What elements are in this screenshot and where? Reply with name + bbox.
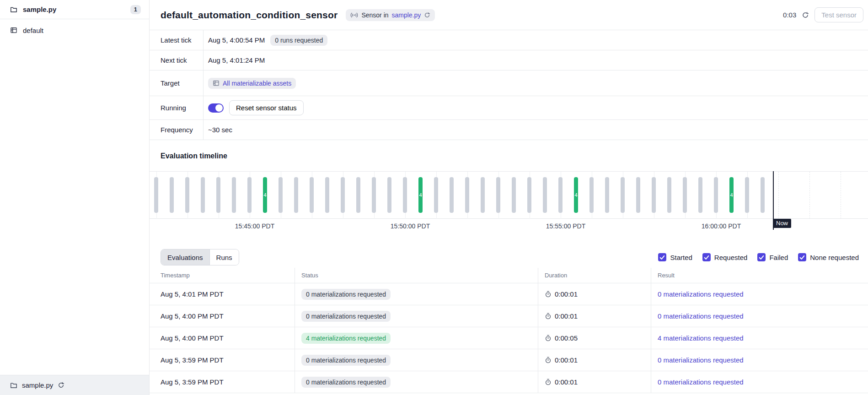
target-chip[interactable]: All materializable assets	[208, 78, 296, 89]
evaluation-bar[interactable]	[185, 177, 189, 213]
filter-failed[interactable]: Failed	[757, 253, 788, 261]
evaluation-bar-requested[interactable]: 4	[729, 177, 734, 213]
evaluation-bar-requested[interactable]: 4	[574, 177, 578, 213]
evaluation-bar[interactable]	[170, 177, 174, 213]
repo-grid-icon	[10, 27, 17, 34]
cell-timestamp: Aug 5, 3:59 PM PDT	[150, 371, 295, 393]
status-badge: 0 materializations requested	[301, 377, 391, 388]
reload-icon[interactable]	[424, 12, 430, 18]
evaluation-bar[interactable]	[403, 177, 407, 213]
evaluation-bar[interactable]	[434, 177, 438, 213]
evaluation-bar[interactable]	[558, 177, 563, 213]
cell-duration: 0:00:01	[538, 371, 651, 393]
evaluation-bar[interactable]	[356, 177, 360, 213]
info-label: Latest tick	[150, 30, 204, 50]
result-link[interactable]: 0 materializations requested	[658, 312, 744, 320]
evaluation-bar[interactable]	[543, 177, 547, 213]
evaluation-bar[interactable]	[496, 177, 500, 213]
evaluation-bar[interactable]	[154, 177, 158, 213]
result-link[interactable]: 0 materializations requested	[658, 378, 744, 386]
evaluation-bar[interactable]	[216, 177, 220, 213]
evaluation-bar[interactable]	[372, 177, 376, 213]
evaluation-bar[interactable]	[279, 177, 283, 213]
result-link[interactable]: 0 materializations requested	[658, 290, 744, 298]
evaluation-bar[interactable]	[310, 177, 314, 213]
filter-label: Requested	[714, 254, 748, 261]
evaluation-bar[interactable]	[636, 177, 640, 213]
checkbox-icon[interactable]	[702, 253, 711, 261]
table-row[interactable]: Aug 5, 3:59 PM PDT0 materializations req…	[150, 371, 868, 393]
timestamp-value: Aug 5, 4:01 PM PDT	[161, 290, 224, 298]
cell-result: 0 materializations requested	[651, 283, 868, 305]
cell-result: 0 materializations requested	[651, 305, 868, 327]
evaluation-bar[interactable]	[605, 177, 609, 213]
bar-value-label: 4	[263, 192, 266, 198]
filter-none-requested[interactable]: None requested	[798, 253, 859, 261]
evaluation-bar[interactable]	[481, 177, 485, 213]
table-row[interactable]: Aug 5, 4:01 PM PDT0 materializations req…	[150, 283, 868, 305]
cell-timestamp: Aug 5, 3:59 PM PDT	[150, 349, 295, 371]
evaluation-bar[interactable]	[761, 177, 765, 213]
evaluation-bar[interactable]	[527, 177, 531, 213]
table-row[interactable]: Aug 5, 4:00 PM PDT0 materializations req…	[150, 305, 868, 327]
evaluation-bar[interactable]	[667, 177, 671, 213]
runs-requested-badge: 0 runs requested	[270, 35, 327, 46]
evaluation-bar[interactable]	[652, 177, 656, 213]
sensor-info-table: Latest tick Aug 5, 4:00:54 PM 0 runs req…	[150, 30, 868, 140]
tag-location-link[interactable]: sample.py	[392, 11, 421, 19]
refresh-icon[interactable]	[802, 11, 809, 19]
tab-runs[interactable]: Runs	[209, 249, 239, 265]
cell-result: 0 materializations requested	[651, 371, 868, 393]
info-label: Target	[150, 70, 204, 96]
evaluation-bar[interactable]	[232, 177, 236, 213]
reset-sensor-status-button[interactable]: Reset sensor status	[229, 100, 304, 115]
evaluation-bar[interactable]	[512, 177, 516, 213]
filter-requested[interactable]: Requested	[702, 253, 748, 261]
table-body: Aug 5, 4:01 PM PDT0 materializations req…	[150, 283, 868, 393]
timeline-plot[interactable]: 4444	[150, 171, 868, 219]
evaluation-bar[interactable]	[621, 177, 625, 213]
evaluation-bar[interactable]	[450, 177, 454, 213]
evaluation-bar[interactable]	[294, 177, 298, 213]
reload-location-icon[interactable]	[58, 382, 64, 389]
sidebar-item-repository[interactable]: default	[0, 19, 149, 41]
filter-started[interactable]: Started	[658, 253, 692, 261]
sidebar-item-code-location[interactable]: sample.py 1	[0, 0, 149, 19]
filter-label: None requested	[810, 254, 859, 261]
evaluation-bar[interactable]	[201, 177, 205, 213]
evaluation-bar[interactable]	[698, 177, 702, 213]
running-toggle[interactable]	[208, 103, 224, 113]
evaluation-bar[interactable]	[325, 177, 329, 213]
duration-value: 0:00:01	[555, 378, 578, 386]
footer-location-label: sample.py	[22, 381, 53, 389]
duration-value: 0:00:01	[555, 312, 578, 320]
result-link[interactable]: 0 materializations requested	[658, 356, 744, 364]
evaluation-bar[interactable]	[714, 177, 718, 213]
evaluation-timeline-heading: Evaluation timeline	[161, 152, 868, 161]
target-link[interactable]: All materializable assets	[223, 80, 291, 87]
sidebar-footer: sample.py	[0, 375, 149, 395]
evaluation-bar-requested[interactable]: 4	[418, 177, 423, 213]
evaluation-bar[interactable]	[683, 177, 687, 213]
table-row[interactable]: Aug 5, 3:59 PM PDT0 materializations req…	[150, 349, 868, 371]
table-row[interactable]: Aug 5, 4:00 PM PDT4 materializations req…	[150, 327, 868, 349]
sensor-page: sample.py 1 default sample.py default_au…	[0, 0, 868, 395]
evaluation-bar[interactable]	[589, 177, 594, 213]
checkbox-icon[interactable]	[757, 253, 766, 261]
tab-evaluations[interactable]: Evaluations	[161, 249, 209, 265]
evaluation-bar[interactable]	[745, 177, 749, 213]
result-link[interactable]: 4 materializations requested	[658, 334, 744, 342]
evaluation-bar[interactable]	[387, 177, 391, 213]
timestamp-value: Aug 5, 4:00 PM PDT	[161, 334, 224, 342]
test-sensor-button[interactable]: Test sensor	[814, 7, 863, 22]
filter-label: Failed	[769, 254, 788, 261]
next-tick-value: Aug 5, 4:01:24 PM	[208, 56, 265, 64]
evaluation-bar[interactable]	[247, 177, 252, 213]
checkbox-icon[interactable]	[798, 253, 806, 261]
filter-label: Started	[670, 254, 692, 261]
header-actions: 0:03 Test sensor	[783, 7, 863, 22]
evaluation-bar-requested[interactable]: 4	[263, 177, 267, 213]
evaluation-bar[interactable]	[341, 177, 345, 213]
checkbox-icon[interactable]	[658, 253, 666, 261]
evaluation-bar[interactable]	[465, 177, 469, 213]
